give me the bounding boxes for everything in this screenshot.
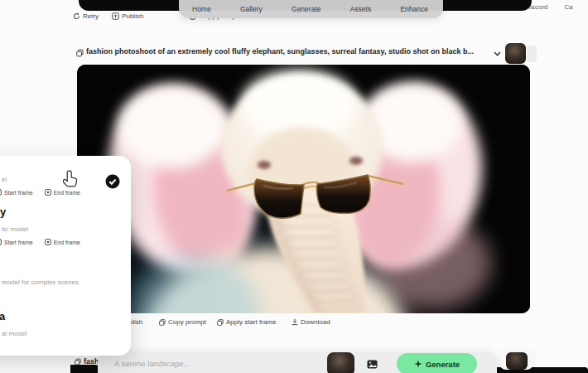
- check-in-circle-icon: [105, 174, 120, 189]
- generate-button[interactable]: Generate: [397, 353, 477, 373]
- model-1-badges: Start frame End frame: [0, 189, 80, 196]
- copy-prompt-button[interactable]: Copy prompt: [159, 318, 206, 326]
- queue-item-thumbnail: [506, 352, 528, 370]
- model-2-description: tic model: [2, 225, 28, 233]
- model-2-badges: Start frame End frame: [0, 239, 80, 245]
- copy-icon[interactable]: [76, 49, 84, 57]
- composer-bar: Generate: [98, 351, 497, 373]
- start-frame-thumbnail[interactable]: [327, 352, 354, 373]
- end-frame-label: End frame: [54, 240, 80, 245]
- nav-gallery[interactable]: Gallery: [235, 3, 267, 15]
- model-1-description: el: [2, 176, 7, 183]
- frame-icon: [0, 189, 2, 196]
- generated-video[interactable]: [77, 65, 530, 313]
- download-icon: [292, 318, 298, 326]
- end-frame-badge: End frame: [45, 239, 80, 245]
- publish-button[interactable]: Publish: [112, 12, 143, 20]
- video-prompt-text: fashion photoshoot of an extremely cool …: [86, 47, 479, 56]
- retry-button[interactable]: Retry: [73, 12, 99, 20]
- frame-icon: [0, 239, 2, 245]
- start-frame-label: Start frame: [4, 190, 33, 196]
- nav-home[interactable]: Home: [187, 3, 216, 15]
- model-4-description: al model: [2, 330, 27, 337]
- apply-start-frame-button[interactable]: Apply start frame: [217, 318, 276, 326]
- generate-label: Generate: [426, 360, 460, 369]
- model-3-description: model for complex scenes: [2, 279, 79, 286]
- hand-cursor: [63, 169, 80, 189]
- retry-label: Retry: [83, 12, 99, 20]
- video-thumbnail-avatar[interactable]: [505, 43, 526, 64]
- start-frame-badge: Start frame: [0, 189, 33, 196]
- elephant-video-frame: [77, 65, 530, 313]
- frame-icon: [45, 239, 51, 245]
- frame-icon: [45, 189, 51, 196]
- model-4-name[interactable]: a: [0, 310, 5, 322]
- queue-item-card[interactable]: [499, 350, 533, 370]
- end-frame-label: End frame: [54, 190, 80, 196]
- start-frame-badge: Start frame: [0, 239, 33, 245]
- link-truncated[interactable]: Ca: [565, 3, 573, 11]
- publish-label: Publish: [122, 12, 143, 20]
- hidden-card-edge: [527, 46, 537, 62]
- next-video-card-edge: [70, 365, 100, 373]
- start-frame-label: Start frame: [4, 240, 33, 245]
- main-nav: Home Gallery Generate Assets Enhance: [179, 0, 443, 18]
- model-2-name[interactable]: y: [0, 206, 6, 218]
- publish-icon: [112, 12, 119, 20]
- chevron-down-icon[interactable]: [494, 51, 501, 56]
- download-button[interactable]: Download: [292, 318, 330, 326]
- prompt-input[interactable]: [114, 356, 288, 371]
- nav-enhance[interactable]: Enhance: [395, 3, 433, 15]
- frame-icon: [217, 319, 224, 326]
- copy-icon: [159, 319, 166, 326]
- nav-assets[interactable]: Assets: [345, 3, 377, 15]
- retry-icon: [73, 12, 80, 20]
- app-window: Home Gallery Generate Assets Enhance Pri…: [0, 0, 588, 373]
- image-icon[interactable]: [367, 360, 378, 369]
- end-frame-badge: End frame: [45, 189, 80, 196]
- copy-prompt-label: Copy prompt: [168, 318, 206, 326]
- nav-generate[interactable]: Generate: [287, 3, 325, 15]
- sparkle-icon: [414, 360, 422, 368]
- download-label: Download: [301, 318, 330, 326]
- apply-start-frame-label: Apply start frame: [226, 318, 276, 326]
- prompt-row: fashion photoshoot of an extremely cool …: [76, 43, 540, 65]
